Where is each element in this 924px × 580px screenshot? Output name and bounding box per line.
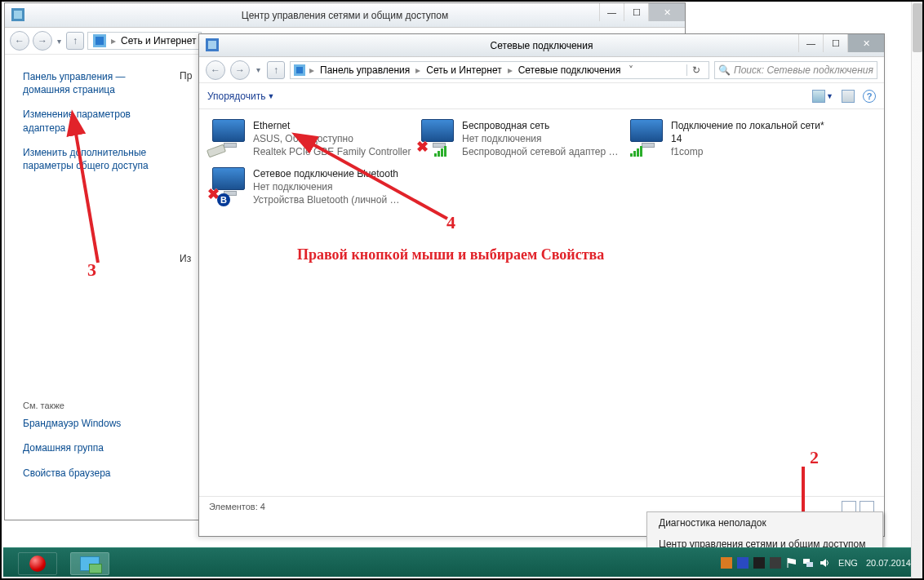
scrollbar-thumb[interactable] [913, 3, 922, 52]
close-button[interactable]: ✕ [648, 3, 685, 21]
svg-rect-1 [14, 11, 22, 19]
svg-rect-10 [753, 557, 765, 569]
nav-back-button[interactable]: ← [206, 60, 225, 80]
nav-forward-button[interactable]: → [230, 60, 250, 80]
connection-device: Realtek PCIe GBE Family Controller [253, 145, 411, 158]
connection-device: Беспроводной сетевой адаптер … [462, 145, 619, 158]
organize-button[interactable]: Упорядочить▼ [207, 91, 274, 102]
sidebar-link-adapter[interactable]: Изменение параметров адаптера [23, 108, 167, 134]
window-icon-front [206, 38, 219, 54]
connection-status: ASUS, Общедоступно [253, 132, 411, 145]
address-icon [93, 34, 106, 47]
connection-status: f1comp [671, 145, 831, 158]
search-placeholder: Поиск: Сетевые подключения [734, 64, 873, 76]
connection-name: Ethernet [253, 119, 411, 132]
svg-rect-3 [208, 41, 216, 49]
search-icon: 🔍 [718, 64, 731, 76]
window-title-front: Сетевые подключения [491, 40, 593, 51]
connection-name: Подключение по локальной сети* 14 [671, 119, 831, 145]
tray-network-icon[interactable] [802, 557, 814, 569]
wifi-icon: ✖ [420, 119, 455, 155]
window-network-connections: Сетевые подключения — ☐ ✕ ← → ▾ ↑ ▸ Пане… [198, 33, 885, 537]
ctx-item-diagnostics[interactable]: Диагностика неполадок [647, 512, 882, 534]
nav-up-button[interactable]: ↑ [66, 32, 84, 50]
sidebar-link-firewall[interactable]: Брандмауэр Windows [23, 417, 167, 430]
titlebar-front[interactable]: Сетевые подключения — ☐ ✕ [199, 34, 884, 57]
sidebar-see-also-label: См. также [23, 401, 167, 410]
window-title-back: Центр управления сетями и общим доступом [242, 10, 449, 21]
maximize-button[interactable]: ☐ [624, 3, 648, 21]
system-tray: ENG 20.07.2014 [721, 548, 914, 578]
connection-name: Сетевое подключение Bluetooth [253, 167, 399, 180]
search-input[interactable]: 🔍 Поиск: Сетевые подключения [714, 61, 877, 79]
view-large-button[interactable] [860, 501, 874, 512]
ethernet-icon [211, 119, 247, 155]
address-crumb[interactable]: Сеть и Интернет [121, 35, 196, 46]
view-details-button[interactable] [842, 501, 856, 512]
tray-clock[interactable]: 20.07.2014 [866, 558, 914, 569]
nav-history-caret[interactable]: ▾ [56, 37, 63, 46]
tray-language[interactable]: ENG [838, 558, 858, 568]
sidebar-back: Панель управления — домашняя страница Из… [5, 55, 176, 520]
tray-app-icon[interactable] [770, 557, 781, 569]
address-bar-front[interactable]: ▸ Панель управления ▸ Сеть и Интернет ▸ … [290, 61, 709, 79]
lan-icon [629, 119, 664, 155]
help-button[interactable]: ? [863, 90, 876, 103]
page-scrollbar[interactable] [911, 2, 922, 578]
explorer-icon [80, 556, 100, 571]
connection-status: Нет подключения [253, 180, 399, 193]
tray-app-icon[interactable] [753, 557, 765, 569]
maximize-button[interactable]: ☐ [823, 34, 847, 52]
svg-rect-9 [737, 557, 749, 569]
connection-name: Беспроводная сеть [462, 119, 619, 132]
view-options-button[interactable]: ▼ [812, 90, 833, 103]
tray-date: 20.07.2014 [866, 558, 911, 569]
address-bar-back[interactable]: ▸ Сеть и Интернет [87, 32, 202, 50]
tray-volume-icon[interactable] [819, 557, 830, 569]
connection-status: Нет подключения [462, 132, 619, 145]
taskbar-opera[interactable] [18, 552, 57, 575]
command-bar: Упорядочить▼ ▼ ? [199, 83, 884, 109]
network-center-icon [11, 8, 24, 21]
nav-back-button[interactable]: ← [10, 31, 29, 51]
tray-flag-icon[interactable] [786, 557, 797, 569]
minimize-button[interactable]: — [599, 3, 624, 21]
connection-ethernet[interactable]: Ethernet ASUS, Общедоступно Realtek PCIe… [211, 119, 413, 159]
connection-lan14[interactable]: Подключение по локальной сети* 14 f1comp [629, 119, 831, 159]
taskbar[interactable]: ENG 20.07.2014 [3, 547, 921, 577]
opera-icon [29, 556, 46, 572]
minimize-button[interactable]: — [798, 34, 823, 52]
crumb-2[interactable]: Сетевые подключения [517, 64, 623, 76]
tray-app-icon[interactable] [721, 557, 732, 569]
titlebar-back[interactable]: Центр управления сетями и общим доступом… [5, 3, 685, 28]
preview-pane-button[interactable] [842, 90, 855, 103]
tray-app-icon[interactable] [737, 557, 749, 569]
refresh-button[interactable]: ↻ [686, 64, 705, 76]
crumb-1[interactable]: Сеть и Интернет [424, 64, 503, 76]
close-button[interactable]: ✕ [847, 34, 884, 52]
nav-history-caret[interactable]: ▾ [255, 65, 262, 74]
sidebar-link-home[interactable]: Панель управления — домашняя страница [23, 70, 167, 96]
disabled-x-icon: ✖ [416, 137, 429, 157]
sidebar-link-advanced[interactable]: Изменить дополнительные параметры общего… [23, 146, 167, 172]
connection-device: Устройства Bluetooth (личной … [253, 193, 399, 206]
nav-forward-button[interactable]: → [33, 31, 52, 51]
window-controls-back: — ☐ ✕ [599, 3, 685, 21]
crumb-0[interactable]: Панель управления [318, 64, 411, 76]
svg-rect-11 [770, 557, 781, 569]
address-dropdown[interactable]: ˅ [625, 64, 637, 76]
connection-wifi[interactable]: ✖ Беспроводная сеть Нет подключения Бесп… [420, 119, 622, 159]
nav-up-button[interactable]: ↑ [267, 61, 285, 79]
nav-bar-front: ← → ▾ ↑ ▸ Панель управления ▸ Сеть и Инт… [199, 57, 884, 83]
bluetooth-icon: ✖ B [211, 167, 247, 203]
sidebar-link-browser[interactable]: Свойства браузера [23, 467, 167, 480]
status-count: Элементов: 4 [209, 502, 265, 511]
svg-rect-14 [806, 562, 813, 567]
address-icon [294, 64, 305, 76]
svg-rect-8 [721, 557, 732, 569]
connection-bluetooth[interactable]: ✖ B Сетевое подключение Bluetooth Нет по… [211, 167, 413, 207]
connections-area[interactable]: Ethernet ASUS, Общедоступно Realtek PCIe… [199, 109, 884, 516]
taskbar-explorer[interactable] [70, 552, 109, 575]
sidebar-link-homegroup[interactable]: Домашняя группа [23, 441, 167, 454]
